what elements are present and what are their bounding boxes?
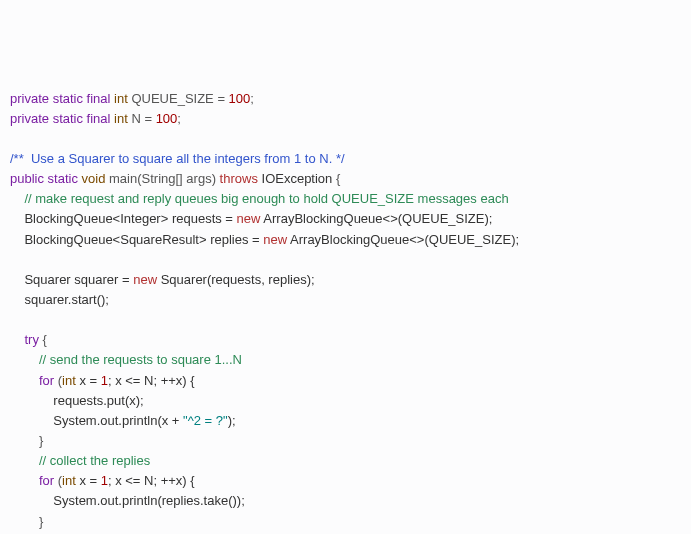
punct: ;	[250, 91, 254, 106]
code-line: /** Use a Squarer to square all the inte…	[10, 151, 345, 166]
method-name: main	[109, 171, 137, 186]
code-line: try {	[10, 332, 47, 347]
number-literal: 100	[229, 91, 251, 106]
keyword-modifier: private static final	[10, 91, 110, 106]
code-line: BlockingQueue<SquareResult> replies = ne…	[10, 232, 519, 247]
brace: }	[39, 514, 43, 529]
number-literal: 100	[156, 111, 178, 126]
code-line: for (int x = 1; x <= N; ++x) {	[10, 473, 195, 488]
statement: System.out.println(x +	[53, 413, 183, 428]
statement: BlockingQueue<Integer> requests =	[24, 211, 236, 226]
statement: Squarer(requests, replies);	[157, 272, 315, 287]
keyword-type: int	[62, 373, 76, 388]
keyword-throws: throws	[220, 171, 258, 186]
code-line: }	[10, 433, 43, 448]
keyword-type: void	[82, 171, 106, 186]
code-line: squarer.start();	[10, 292, 109, 307]
keyword-type: int	[114, 91, 128, 106]
code-line: System.out.println(replies.take());	[10, 493, 245, 508]
code-line: private static final int QUEUE_SIZE = 10…	[10, 91, 254, 106]
doc-comment: /** Use a Squarer to square all the inte…	[10, 151, 345, 166]
code-line: private static final int N = 100;	[10, 111, 181, 126]
code-line: // send the requests to square 1...N	[10, 352, 242, 367]
keyword-type: int	[62, 473, 76, 488]
identifier: QUEUE_SIZE	[131, 91, 213, 106]
statement: ArrayBlockingQueue<>(QUEUE_SIZE);	[287, 232, 519, 247]
code-line: }	[10, 514, 43, 529]
statement: System.out.println(replies.take());	[53, 493, 244, 508]
statement: squarer.start();	[24, 292, 109, 307]
line-comment: // send the requests to square 1...N	[39, 352, 242, 367]
statement: ; x <= N; ++x) {	[108, 373, 195, 388]
keyword-type: int	[114, 111, 128, 126]
statement: ; x <= N; ++x) {	[108, 473, 195, 488]
code-line: BlockingQueue<Integer> requests = new Ar…	[10, 211, 492, 226]
code-line: System.out.println(x + "^2 = ?");	[10, 413, 236, 428]
params: (String[] args)	[137, 171, 216, 186]
paren: (	[54, 373, 62, 388]
operator: =	[214, 91, 229, 106]
keyword-modifier: private static final	[10, 111, 110, 126]
punct: ;	[177, 111, 181, 126]
keyword-for: for	[39, 473, 54, 488]
code-block: private static final int QUEUE_SIZE = 10…	[10, 89, 681, 534]
string-literal: "^2 = ?"	[183, 413, 228, 428]
code-line: requests.put(x);	[10, 393, 144, 408]
operator: =	[141, 111, 156, 126]
class-name: IOException	[262, 171, 333, 186]
statement: );	[228, 413, 236, 428]
number-literal: 1	[101, 473, 108, 488]
statement: ArrayBlockingQueue<>(QUEUE_SIZE);	[260, 211, 492, 226]
brace: }	[39, 433, 43, 448]
code-line: // make request and reply queues big eno…	[10, 191, 509, 206]
keyword-modifier: public static	[10, 171, 78, 186]
keyword-new: new	[133, 272, 157, 287]
statement: requests.put(x);	[53, 393, 143, 408]
code-line: public static void main(String[] args) t…	[10, 171, 340, 186]
code-line: for (int x = 1; x <= N; ++x) {	[10, 373, 195, 388]
identifier: N	[131, 111, 140, 126]
line-comment: // collect the replies	[39, 453, 150, 468]
statement: x =	[76, 473, 101, 488]
brace: {	[39, 332, 47, 347]
statement: x =	[76, 373, 101, 388]
statement: BlockingQueue<SquareResult> replies =	[24, 232, 263, 247]
line-comment: // make request and reply queues big eno…	[24, 191, 508, 206]
paren: (	[54, 473, 62, 488]
keyword-for: for	[39, 373, 54, 388]
keyword-new: new	[237, 211, 261, 226]
keyword-new: new	[263, 232, 287, 247]
statement: Squarer squarer =	[24, 272, 133, 287]
number-literal: 1	[101, 373, 108, 388]
code-line: // collect the replies	[10, 453, 150, 468]
code-line: Squarer squarer = new Squarer(requests, …	[10, 272, 315, 287]
keyword-try: try	[24, 332, 38, 347]
brace: {	[332, 171, 340, 186]
